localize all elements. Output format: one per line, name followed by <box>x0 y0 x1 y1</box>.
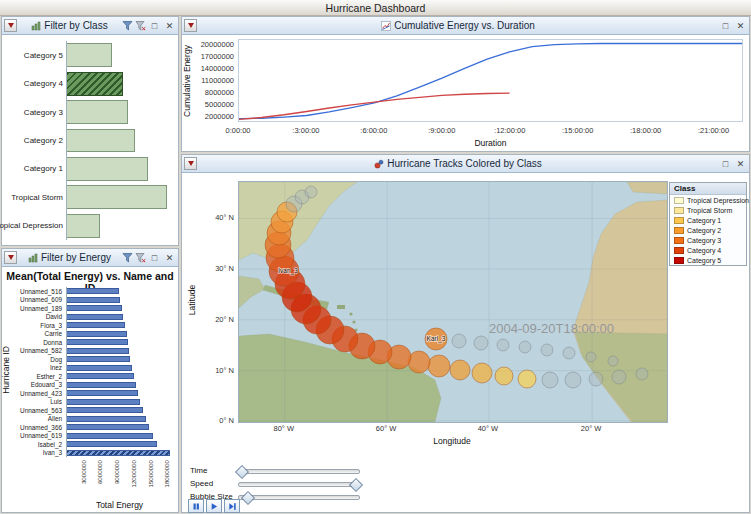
panel-header: Filter by Class □ ✕ <box>2 17 178 35</box>
energy-bar[interactable] <box>67 339 128 345</box>
slider-thumb[interactable] <box>241 490 255 504</box>
maximize-button[interactable]: □ <box>719 19 732 32</box>
track-bubble[interactable] <box>497 339 509 351</box>
track-bubble[interactable] <box>474 336 488 350</box>
track-bubble[interactable] <box>541 344 553 356</box>
class-filter-bar[interactable] <box>67 214 100 238</box>
energy-bar[interactable] <box>67 322 125 328</box>
clear-filter-icon[interactable] <box>135 252 146 263</box>
red-triangle-menu-icon[interactable] <box>4 19 17 32</box>
track-bubble[interactable] <box>586 352 596 362</box>
track-bubble[interactable] <box>408 351 430 373</box>
legend-label: Category 5 <box>687 257 721 264</box>
energy-bar[interactable] <box>67 424 149 430</box>
energy-bar[interactable] <box>67 331 127 337</box>
legend-label: Tropical Depression <box>687 197 749 204</box>
red-triangle-menu-icon[interactable] <box>184 157 197 170</box>
energy-bar[interactable] <box>67 288 119 294</box>
panel-title: Filter by Energy <box>41 252 111 263</box>
track-bubble[interactable] <box>589 372 603 386</box>
red-triangle-menu-icon[interactable] <box>184 19 197 32</box>
energy-bar[interactable] <box>67 382 136 388</box>
pause-button[interactable] <box>188 499 204 513</box>
class-filter-bar[interactable] <box>67 185 167 209</box>
energy-bar[interactable] <box>67 407 143 413</box>
class-filter-bar[interactable] <box>67 72 123 96</box>
legend-entry[interactable]: Category 4 <box>670 245 746 255</box>
energy-bar[interactable] <box>67 450 170 456</box>
filter-icon[interactable] <box>122 252 133 263</box>
x-axis-title: Total Energy <box>66 500 173 510</box>
bubble-size-slider[interactable] <box>238 495 360 500</box>
play-button[interactable] <box>206 499 222 513</box>
track-bubble[interactable] <box>305 186 317 198</box>
energy-filter-chart[interactable] <box>66 287 173 457</box>
track-bubble[interactable] <box>519 341 531 353</box>
track-bubble[interactable] <box>452 334 466 348</box>
track-bubble[interactable] <box>636 368 648 380</box>
speed-slider[interactable] <box>238 482 360 487</box>
legend-entry[interactable]: Category 3 <box>670 235 746 245</box>
class-filter-chart[interactable] <box>66 41 174 240</box>
track-bubble[interactable] <box>542 372 558 388</box>
filter-icon[interactable] <box>122 20 133 31</box>
window-titlebar[interactable]: Hurricane Dashboard <box>0 0 751 16</box>
bubble-chart-icon <box>374 159 384 169</box>
latitude-tick-label: 0° N <box>184 416 234 425</box>
energy-bar[interactable] <box>67 356 130 362</box>
hurricane-map[interactable]: 2004-09-20T18:00:00Ivan_3Karl_3 <box>238 181 668 423</box>
hurricane-tracks-panel: Hurricane Tracks Colored by Class □ ✕ La… <box>181 154 750 513</box>
close-button[interactable]: ✕ <box>163 19 176 32</box>
track-bubble[interactable] <box>518 370 536 388</box>
energy-bar[interactable] <box>67 433 153 439</box>
legend-entry[interactable]: Category 2 <box>670 225 746 235</box>
time-slider[interactable] <box>238 469 360 474</box>
energy-bar[interactable] <box>67 305 122 311</box>
track-bubble[interactable] <box>565 372 581 388</box>
energy-bar[interactable] <box>67 441 157 447</box>
hurricane-axis-label: Unnamed_563 <box>8 406 64 415</box>
close-button[interactable]: ✕ <box>163 251 176 264</box>
maximize-button[interactable]: □ <box>148 19 161 32</box>
track-bubble[interactable] <box>612 370 626 384</box>
maximize-button[interactable]: □ <box>719 157 732 170</box>
track-bubble[interactable] <box>428 355 450 377</box>
legend-entry[interactable]: Category 1 <box>670 215 746 225</box>
class-axis-label: Category 5 <box>4 41 66 69</box>
energy-bar[interactable] <box>67 314 123 320</box>
longitude-tick-label: 60° W <box>369 424 403 433</box>
close-button[interactable]: ✕ <box>734 157 747 170</box>
red-triangle-glyph <box>188 23 194 28</box>
class-filter-bar[interactable] <box>67 129 135 153</box>
slider-thumb[interactable] <box>235 464 249 478</box>
slider-thumb[interactable] <box>349 477 363 491</box>
track-bubble[interactable] <box>608 356 618 366</box>
energy-bar[interactable] <box>67 297 120 303</box>
class-filter-bar[interactable] <box>67 43 112 67</box>
track-bubble[interactable] <box>495 367 513 385</box>
clear-filter-icon[interactable] <box>135 20 146 31</box>
energy-bar[interactable] <box>67 348 129 354</box>
energy-bar[interactable] <box>67 416 146 422</box>
class-filter-bar[interactable] <box>67 100 128 124</box>
track-bubble[interactable] <box>472 363 492 383</box>
close-button[interactable]: ✕ <box>734 19 747 32</box>
class-filter-bar[interactable] <box>67 157 148 181</box>
x-tick-label: 3000000 <box>79 460 86 484</box>
energy-bar[interactable] <box>67 373 134 379</box>
energy-bar[interactable] <box>67 390 138 396</box>
energy-bar[interactable] <box>67 365 132 371</box>
red-triangle-menu-icon[interactable] <box>4 251 17 264</box>
step-forward-button[interactable] <box>224 499 240 513</box>
maximize-button[interactable]: □ <box>148 251 161 264</box>
track-bubble[interactable] <box>563 347 575 359</box>
legend-entry[interactable]: Tropical Depression <box>670 195 746 205</box>
legend-entry[interactable]: Category 5 <box>670 255 746 265</box>
x-tick-label: 6000000 <box>96 460 103 484</box>
track-bubble[interactable] <box>450 360 470 380</box>
legend-entry[interactable]: Tropical Storm <box>670 205 746 215</box>
cumulative-energy-plot[interactable] <box>238 39 743 122</box>
energy-bar[interactable] <box>67 399 140 405</box>
longitude-tick-label: 40° W <box>471 424 505 433</box>
hurricane-axis-label: Carrie <box>8 330 64 339</box>
